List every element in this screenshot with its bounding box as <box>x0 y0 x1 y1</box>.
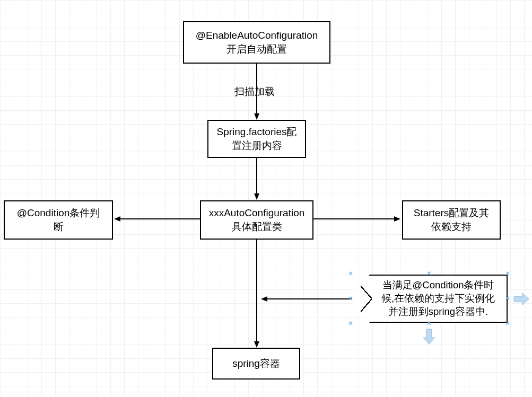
note-text: 候,在依赖的支持下实例化 <box>381 293 495 304</box>
node-text: Spring.factories配 <box>216 125 296 139</box>
node-text: @EnableAutoConfiguration <box>196 29 318 42</box>
node-text: 开启自动配置 <box>226 42 287 56</box>
node-enable-auto-configuration[interactable]: @EnableAutoConfiguration 开启自动配置 <box>183 21 330 64</box>
selection-handle-icon[interactable]: ✕ <box>505 321 510 326</box>
note-text: 当满足@Condition条件时 <box>382 279 494 290</box>
node-starters[interactable]: Starters配置及其 依赖支持 <box>402 200 501 240</box>
node-auto-configuration[interactable]: xxxAutoConfiguration 具体配置类 <box>200 200 313 240</box>
node-text: 依赖支持 <box>431 220 472 234</box>
edge-label-scan-load: 扫描加载 <box>234 85 275 99</box>
selection-handle-icon[interactable]: ✕ <box>505 271 510 276</box>
selection-handle-icon[interactable]: ✕ <box>348 296 353 301</box>
note-text: 并注册到spring容器中. <box>388 306 489 317</box>
node-text: Starters配置及其 <box>414 206 490 220</box>
node-text: @Condition条件判 <box>17 206 100 220</box>
node-text: spring容器 <box>232 357 280 370</box>
node-text: 置注册内容 <box>232 139 282 153</box>
node-spring-container[interactable]: spring容器 <box>212 348 300 380</box>
selection-handle-icon[interactable]: ✕ <box>426 321 431 326</box>
selection-handle-icon[interactable]: ✕ <box>505 296 510 301</box>
selection-handle-icon[interactable]: ✕ <box>426 271 431 276</box>
selection-handle-icon[interactable]: ✕ <box>348 321 353 326</box>
node-text: xxxAutoConfiguration <box>209 206 305 220</box>
node-condition[interactable]: @Condition条件判 断 <box>4 200 113 240</box>
node-text: 断 <box>54 220 64 234</box>
node-spring-factories[interactable]: Spring.factories配 置注册内容 <box>207 120 306 158</box>
selection-handle-icon[interactable]: ✕ <box>348 271 353 276</box>
node-annotation-note[interactable]: 当满足@Condition条件时 候,在依赖的支持下实例化 并注册到spring… <box>351 275 508 323</box>
direction-arrow-down-icon[interactable] <box>423 328 435 344</box>
direction-arrow-right-icon[interactable] <box>513 293 529 305</box>
node-text: 具体配置类 <box>232 220 282 234</box>
